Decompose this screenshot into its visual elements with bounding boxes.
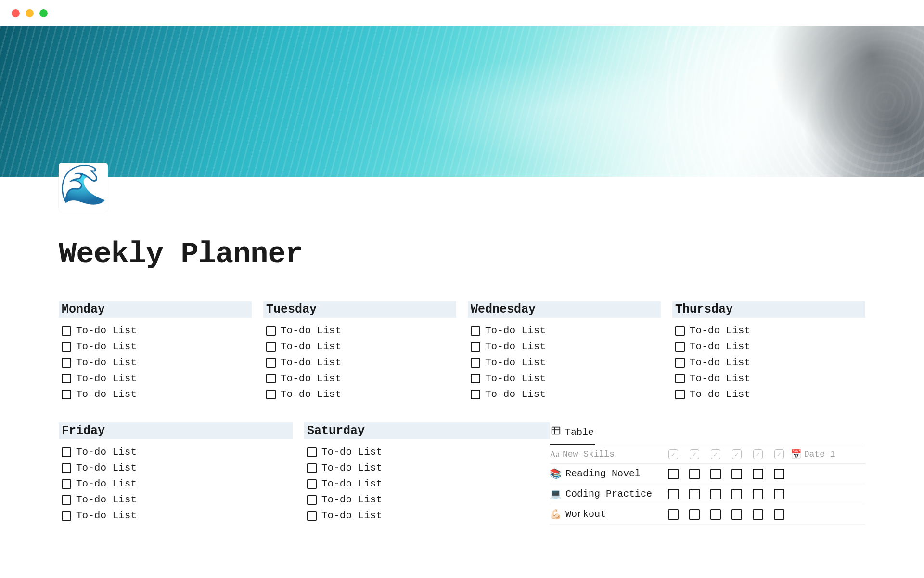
todo-item[interactable]: To-do List <box>468 355 661 370</box>
day-heading[interactable]: Monday <box>59 301 252 318</box>
checkbox[interactable] <box>753 509 763 520</box>
todo-item[interactable]: To-do List <box>304 460 538 476</box>
page-title[interactable]: Weekly Planner <box>59 237 865 271</box>
window-maximize-button[interactable] <box>39 9 48 17</box>
page-icon[interactable]: 🌊 <box>59 163 108 212</box>
checkbox[interactable] <box>471 358 480 368</box>
cover-image[interactable] <box>0 26 924 177</box>
checkbox[interactable] <box>774 469 784 479</box>
todo-item[interactable]: To-do List <box>59 370 252 386</box>
checkbox[interactable] <box>689 509 700 520</box>
todo-item[interactable]: To-do List <box>263 339 456 355</box>
todo-item[interactable]: To-do List <box>672 339 865 355</box>
checkbox[interactable] <box>471 374 480 383</box>
checkbox[interactable] <box>307 463 317 473</box>
checkbox[interactable] <box>675 342 685 352</box>
checkbox[interactable] <box>266 358 276 368</box>
todo-item[interactable]: To-do List <box>59 339 252 355</box>
checkbox[interactable] <box>668 509 679 520</box>
checkbox[interactable] <box>307 447 317 457</box>
todo-item[interactable]: To-do List <box>59 492 293 508</box>
skill-name-cell[interactable]: 📚Reading Novel <box>550 468 662 480</box>
column-header-date[interactable]: 📅Date 1 <box>791 449 865 460</box>
checkbox[interactable] <box>753 489 763 499</box>
checkbox[interactable] <box>668 489 679 499</box>
skill-name-cell[interactable]: 💻Coding Practice <box>550 488 662 500</box>
column-header-checkbox[interactable]: ✓ <box>706 449 725 459</box>
checkbox[interactable] <box>710 489 721 499</box>
todo-item[interactable]: To-do List <box>263 386 456 402</box>
todo-item[interactable]: To-do List <box>304 508 538 524</box>
checkbox[interactable] <box>774 509 784 520</box>
table-row[interactable]: 💻Coding Practice <box>550 484 865 504</box>
checkbox[interactable] <box>732 469 742 479</box>
todo-item[interactable]: To-do List <box>468 386 661 402</box>
table-row[interactable]: 💪🏻Workout <box>550 504 865 525</box>
checkbox[interactable] <box>732 489 742 499</box>
checkbox[interactable] <box>62 390 71 399</box>
day-heading[interactable]: Tuesday <box>263 301 456 318</box>
table-row[interactable]: 📚Reading Novel <box>550 464 865 484</box>
checkbox[interactable] <box>675 390 685 399</box>
checkbox[interactable] <box>307 495 317 505</box>
checkbox[interactable] <box>471 342 480 352</box>
checkbox[interactable] <box>668 469 679 479</box>
todo-item[interactable]: To-do List <box>672 323 865 339</box>
checkbox[interactable] <box>689 469 700 479</box>
checkbox[interactable] <box>62 495 71 505</box>
day-heading[interactable]: Wednesday <box>468 301 661 318</box>
todo-item[interactable]: To-do List <box>263 355 456 370</box>
todo-item[interactable]: To-do List <box>304 476 538 492</box>
checkbox[interactable] <box>62 358 71 368</box>
todo-item[interactable]: To-do List <box>263 323 456 339</box>
checkbox[interactable] <box>62 326 71 336</box>
todo-item[interactable]: To-do List <box>672 370 865 386</box>
column-header-checkbox[interactable]: ✓ <box>685 449 704 459</box>
checkbox[interactable] <box>266 326 276 336</box>
todo-item[interactable]: To-do List <box>59 460 293 476</box>
table-view-tab[interactable]: Table <box>550 422 595 445</box>
checkbox[interactable] <box>62 374 71 383</box>
checkbox[interactable] <box>710 509 721 520</box>
todo-item[interactable]: To-do List <box>263 370 456 386</box>
todo-item[interactable]: To-do List <box>59 386 252 402</box>
todo-item[interactable]: To-do List <box>672 355 865 370</box>
checkbox[interactable] <box>266 342 276 352</box>
day-heading[interactable]: Saturday <box>304 422 550 439</box>
checkbox[interactable] <box>307 479 317 489</box>
window-minimize-button[interactable] <box>26 9 34 17</box>
todo-item[interactable]: To-do List <box>468 370 661 386</box>
todo-item[interactable]: To-do List <box>59 355 252 370</box>
checkbox[interactable] <box>675 358 685 368</box>
todo-item[interactable]: To-do List <box>59 323 252 339</box>
checkbox[interactable] <box>62 342 71 352</box>
checkbox[interactable] <box>753 469 763 479</box>
column-header-checkbox[interactable]: ✓ <box>748 449 768 459</box>
checkbox[interactable] <box>62 479 71 489</box>
column-header-name[interactable]: AaNew Skills <box>550 449 662 460</box>
checkbox[interactable] <box>62 511 71 521</box>
checkbox[interactable] <box>675 374 685 383</box>
todo-item[interactable]: To-do List <box>468 339 661 355</box>
todo-item[interactable]: To-do List <box>59 444 293 460</box>
checkbox[interactable] <box>307 511 317 521</box>
checkbox[interactable] <box>689 489 700 499</box>
checkbox[interactable] <box>266 374 276 383</box>
column-header-checkbox[interactable]: ✓ <box>727 449 746 459</box>
skill-name-cell[interactable]: 💪🏻Workout <box>550 508 662 520</box>
todo-item[interactable]: To-do List <box>304 444 538 460</box>
checkbox[interactable] <box>471 390 480 399</box>
todo-item[interactable]: To-do List <box>304 492 538 508</box>
column-header-checkbox[interactable]: ✓ <box>664 449 683 459</box>
todo-item[interactable]: To-do List <box>59 476 293 492</box>
checkbox[interactable] <box>62 463 71 473</box>
todo-item[interactable]: To-do List <box>468 323 661 339</box>
checkbox[interactable] <box>675 326 685 336</box>
day-heading[interactable]: Thursday <box>672 301 865 318</box>
checkbox[interactable] <box>732 509 742 520</box>
column-header-checkbox[interactable]: ✓ <box>770 449 789 459</box>
todo-item[interactable]: To-do List <box>59 508 293 524</box>
todo-item[interactable]: To-do List <box>672 386 865 402</box>
checkbox[interactable] <box>62 447 71 457</box>
checkbox[interactable] <box>266 390 276 399</box>
